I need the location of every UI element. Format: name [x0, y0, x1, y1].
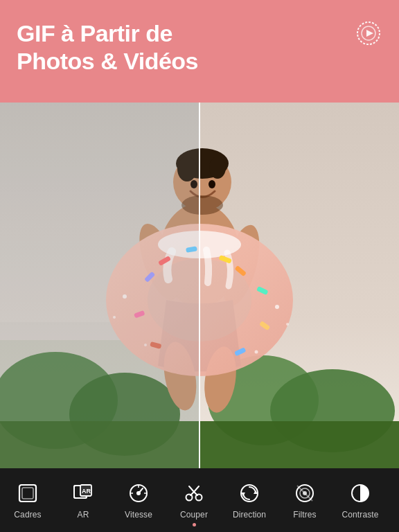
svg-line-62 — [194, 492, 197, 495]
app-header: GIF à Partir de Photos & Vidéos — [0, 0, 399, 103]
direction-tool[interactable]: Direction — [222, 468, 277, 532]
frame-icon — [15, 481, 40, 506]
svg-point-45 — [255, 351, 258, 354]
filter-icon — [292, 481, 317, 506]
svg-rect-46 — [0, 103, 200, 468]
svg-line-61 — [190, 492, 194, 495]
app-title-line1: GIF à Partir de — [17, 20, 172, 46]
svg-point-19 — [209, 180, 215, 188]
slideshow-icon[interactable] — [355, 19, 382, 47]
couper-label: Couper — [180, 510, 208, 520]
vitesse-tool[interactable]: Vitesse — [111, 468, 166, 532]
couper-tool[interactable]: Couper — [166, 468, 222, 532]
vitesse-label: Vitesse — [125, 510, 152, 520]
svg-rect-12 — [200, 421, 399, 468]
preview-image — [0, 103, 399, 468]
svg-line-55 — [139, 488, 143, 493]
couper-active-dot — [193, 523, 196, 526]
cadres-tool[interactable]: Cadres — [0, 468, 55, 532]
svg-point-43 — [286, 323, 289, 326]
bottom-toolbar: Cadres AR AR V — [0, 468, 399, 532]
app-title-line2: Photos & Vidéos — [17, 48, 198, 74]
cut-icon — [181, 481, 206, 506]
cadres-label: Cadres — [14, 510, 41, 520]
contrast-icon — [348, 481, 373, 506]
split-divider — [199, 103, 200, 468]
contraste-label: Contraste — [342, 510, 379, 520]
zoom-tool[interactable]: Zo... — [388, 468, 399, 532]
svg-text:AR: AR — [82, 488, 91, 495]
speed-icon — [126, 481, 151, 506]
direction-icon — [237, 481, 262, 506]
ar-tool[interactable]: AR AR — [55, 468, 111, 532]
ar-label: AR — [78, 510, 89, 520]
direction-label: Direction — [233, 510, 266, 520]
app-title: GIF à Partir de Photos & Vidéos — [17, 19, 198, 75]
svg-marker-2 — [366, 30, 373, 37]
svg-line-64 — [194, 486, 199, 492]
svg-line-63 — [189, 486, 194, 492]
filtres-tool[interactable]: Filtres — [277, 468, 332, 532]
ar-icon: AR — [71, 481, 96, 506]
svg-rect-48 — [22, 488, 33, 499]
contraste-tool[interactable]: Contraste — [332, 468, 388, 532]
svg-point-42 — [275, 305, 279, 309]
svg-point-17 — [209, 157, 226, 179]
filtres-label: Filtres — [293, 510, 316, 520]
